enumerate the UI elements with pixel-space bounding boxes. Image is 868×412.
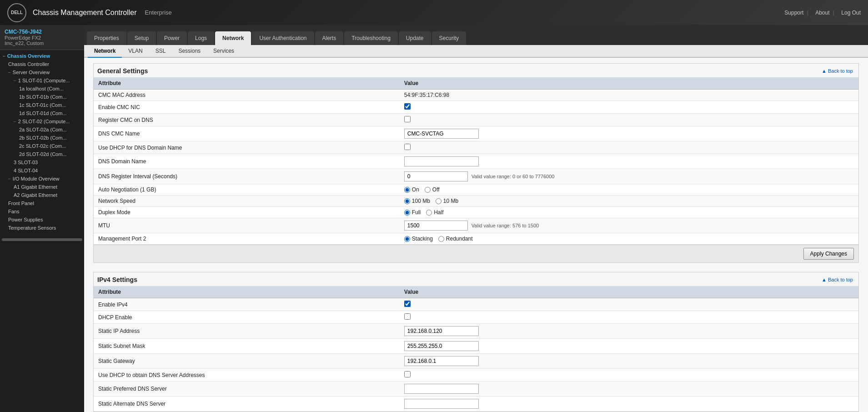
sub-tab-services[interactable]: Services [207, 45, 241, 58]
tab-security[interactable]: Security [432, 31, 466, 45]
text-input[interactable] [404, 156, 479, 166]
radio-label[interactable]: On [404, 186, 419, 193]
ipv4-col-attribute: Attribute [94, 286, 400, 298]
table-row: CMC MAC Address54:9F:35:17:C6:98 [94, 90, 858, 101]
attr-label: Enable CMC NIC [94, 101, 400, 114]
attr-label: Management Port 2 [94, 233, 400, 245]
sidebar-scrollbar[interactable] [2, 238, 82, 241]
radio-option-label: Full [412, 209, 421, 216]
sidebar-item-a1[interactable]: A1 Gigabit Ethernet [0, 183, 84, 191]
sidebar-item-slot01[interactable]: −1 SLOT-01 (Compute... [0, 76, 84, 85]
checkbox-input[interactable] [404, 116, 411, 122]
tab-logs[interactable]: Logs [188, 31, 214, 45]
tab-troubleshooting[interactable]: Troubleshooting [344, 31, 398, 45]
text-input[interactable] [404, 341, 479, 351]
sidebar-item-2d[interactable]: 2d SLOT-02d (Com... [0, 150, 84, 158]
sidebar-item-slot03[interactable]: 3 SLOT-03 [0, 158, 84, 166]
app-title: Chassis Management Controller [33, 9, 137, 17]
sidebar-item-chassis-controller[interactable]: Chassis Controller [0, 60, 84, 68]
radio-label[interactable]: Full [404, 209, 421, 216]
text-input[interactable] [404, 221, 468, 231]
checkbox-input[interactable] [404, 144, 411, 150]
table-row: Register CMC on DNS [94, 114, 858, 126]
logout-link[interactable]: Log Out [841, 10, 861, 16]
sub-tab-vlan[interactable]: VLAN [122, 45, 149, 58]
ipv4-settings-section: IPv4 Settings Back to top Attribute Valu… [93, 272, 859, 412]
radio-input[interactable] [438, 236, 444, 242]
device-name: CMC-756-J942 [5, 29, 80, 35]
table-row: Static Subnet Mask [94, 339, 858, 354]
text-input[interactable] [404, 129, 479, 139]
tab-properties[interactable]: Properties [87, 31, 126, 45]
header-nav: Support | About | Log Out [781, 10, 861, 16]
text-input[interactable] [404, 171, 468, 181]
sidebar-item-2a[interactable]: 2a SLOT-02a (Com... [0, 126, 84, 134]
radio-input[interactable] [426, 210, 432, 216]
attr-value: Valid value range: 0 or 60 to 7776000 [400, 169, 858, 184]
sub-tab-ssl[interactable]: SSL [149, 45, 172, 58]
sub-tab-network[interactable]: Network [88, 45, 122, 58]
ipv4-settings-back-to-top[interactable]: Back to top [822, 277, 853, 282]
ipv4-settings-table: Attribute Value Enable IPv4DHCP EnableSt… [94, 286, 858, 412]
table-row: DNS CMC Name [94, 126, 858, 141]
sidebar-item-server-overview[interactable]: −Server Overview [0, 68, 84, 76]
sidebar-item-1a[interactable]: 1a localhost (Com... [0, 85, 84, 93]
text-input[interactable] [404, 326, 479, 336]
ipv4-settings-title: IPv4 Settings [95, 276, 137, 283]
sidebar-item-1b[interactable]: 1b SLOT-01b (Com... [0, 93, 84, 101]
sidebar-item-slot02[interactable]: −2 SLOT-02 (Compute... [0, 117, 84, 126]
sub-tab-sessions[interactable]: Sessions [172, 45, 207, 58]
general-apply-button[interactable]: Apply Changes [803, 248, 854, 260]
tab-alerts[interactable]: Alerts [315, 31, 344, 45]
sidebar-tree: − Chassis Overview Chassis Controller −S… [0, 50, 84, 234]
radio-option-label: Off [432, 186, 440, 193]
radio-input[interactable] [404, 198, 410, 204]
sidebar-item-slot04[interactable]: 4 SLOT-04 [0, 166, 84, 175]
text-input[interactable] [404, 399, 479, 409]
tab-setup[interactable]: Setup [127, 31, 156, 45]
device-model: PowerEdge FX2 [5, 35, 80, 40]
radio-input[interactable] [404, 187, 410, 193]
radio-label[interactable]: 10 Mb [436, 198, 458, 204]
attr-label: Register CMC on DNS [94, 114, 400, 126]
valid-range-label: Valid value range: 0 or 60 to 7776000 [472, 174, 555, 179]
sidebar-item-2c[interactable]: 2c SLOT-02c (Com... [0, 142, 84, 150]
tab-user-auth[interactable]: User Authentication [252, 31, 314, 45]
attr-label: DNS Register Interval (Seconds) [94, 169, 400, 184]
attr-label: Static Subnet Mask [94, 339, 400, 354]
sidebar-item-1c[interactable]: 1c SLOT-01c (Com... [0, 101, 84, 109]
tab-update[interactable]: Update [399, 31, 431, 45]
sidebar-item-front-panel[interactable]: Front Panel [0, 199, 84, 207]
sidebar-item-a2[interactable]: A2 Gigabit Ethernet [0, 191, 84, 199]
tab-network[interactable]: Network [215, 31, 251, 45]
checkbox-input[interactable] [404, 371, 411, 377]
sidebar-item-power-supplies[interactable]: Power Supplies [0, 216, 84, 224]
radio-group: OnOff [404, 186, 854, 193]
sidebar-item-temp-sensors[interactable]: Temperature Sensors [0, 224, 84, 232]
sidebar-item-fans[interactable]: Fans [0, 207, 84, 216]
about-link[interactable]: About [815, 10, 829, 16]
radio-label[interactable]: Redundant [438, 236, 473, 242]
radio-label[interactable]: Stacking [404, 236, 433, 242]
text-input[interactable] [404, 384, 479, 394]
radio-input[interactable] [436, 198, 442, 204]
radio-label[interactable]: Half [426, 209, 443, 216]
radio-input[interactable] [404, 236, 410, 242]
sidebar-item-2b[interactable]: 2b SLOT-02b (Com... [0, 134, 84, 142]
checkbox-input[interactable] [404, 313, 411, 320]
support-link[interactable]: Support [784, 10, 803, 16]
radio-input[interactable] [425, 187, 431, 193]
sidebar-item-1d[interactable]: 1d SLOT-01d (Com... [0, 109, 84, 117]
checkbox-input[interactable] [404, 301, 411, 307]
attr-value [400, 324, 858, 339]
text-input[interactable] [404, 356, 479, 366]
attr-value [400, 101, 858, 114]
radio-input[interactable] [404, 210, 410, 216]
sidebar-item-chassis-overview[interactable]: − Chassis Overview [0, 52, 84, 60]
radio-label[interactable]: Off [425, 186, 440, 193]
tab-power[interactable]: Power [157, 31, 187, 45]
general-settings-back-to-top[interactable]: Back to top [822, 68, 853, 74]
sidebar-item-io-module[interactable]: −I/O Module Overview [0, 175, 84, 183]
radio-label[interactable]: 100 Mb [404, 198, 430, 204]
checkbox-input[interactable] [404, 103, 411, 110]
